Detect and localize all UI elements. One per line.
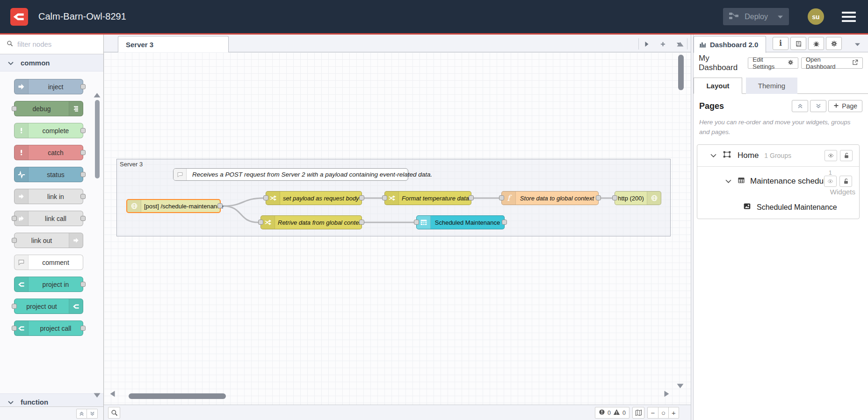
output-port[interactable] bbox=[502, 220, 507, 225]
user-avatar[interactable]: su bbox=[808, 8, 824, 25]
exclamation-icon bbox=[14, 123, 29, 138]
chevron-down-icon bbox=[8, 59, 14, 67]
help-book-button[interactable] bbox=[790, 37, 806, 50]
debug-bug-button[interactable] bbox=[808, 37, 824, 50]
flow-node-ui-table[interactable]: Scheduled Maintenance bbox=[416, 215, 505, 229]
canvas-footer: 0 0 − ○ + bbox=[104, 405, 691, 420]
expand-all-pages-button[interactable] bbox=[810, 100, 826, 112]
flow-node-change-set-payload[interactable]: set payload as request body bbox=[266, 191, 362, 205]
tab-theming[interactable]: Theming bbox=[746, 78, 797, 94]
tab-scroll-right-icon[interactable] bbox=[639, 38, 655, 50]
dashboard-tree: Home 1 Groups Maintenance schedul... 1 W… bbox=[697, 144, 860, 219]
external-link-icon bbox=[852, 59, 858, 67]
tree-row-widget-scheduled-maintenance[interactable]: Scheduled Maintenance bbox=[697, 196, 859, 219]
input-port[interactable] bbox=[414, 220, 419, 225]
tree-row-page-home[interactable]: Home 1 Groups bbox=[697, 145, 859, 167]
deploy-dropdown-icon[interactable] bbox=[777, 13, 783, 21]
input-port[interactable] bbox=[499, 195, 504, 200]
pages-actions: Page bbox=[792, 100, 862, 112]
tree-row-group-maintenance[interactable]: Maintenance schedul... 1 Widgets bbox=[697, 167, 859, 196]
chevron-down-icon[interactable] bbox=[725, 177, 731, 185]
flow-node-function-store[interactable]: f Store data to global context bbox=[501, 191, 599, 205]
zoom-reset-button[interactable]: ○ bbox=[658, 407, 668, 418]
palette-search-input[interactable] bbox=[17, 40, 87, 48]
palette-scroll-up-icon[interactable] bbox=[93, 92, 101, 100]
open-dashboard-button[interactable]: Open Dashboard bbox=[801, 57, 863, 69]
edit-settings-button[interactable]: Edit Settings bbox=[748, 57, 798, 69]
flow-canvas[interactable]: Server 3 Receives a POST request from Se… bbox=[104, 52, 691, 405]
sidebar-tab-bar: Dashboard 2.0 i bbox=[694, 35, 868, 52]
node-port bbox=[80, 326, 86, 331]
canvas-scroll-down-icon[interactable] bbox=[676, 383, 684, 391]
palette-category-common[interactable]: common bbox=[0, 54, 103, 71]
flow-node-change-retrieve[interactable]: Retrive data from global context bbox=[260, 215, 362, 229]
zoom-out-button[interactable]: − bbox=[648, 407, 658, 418]
palette-node-complete[interactable]: complete bbox=[14, 123, 83, 138]
sidebar-dropdown-icon[interactable] bbox=[854, 40, 861, 49]
comment-text: Receives a POST request from Server 2 wi… bbox=[187, 169, 432, 180]
input-port[interactable] bbox=[382, 195, 387, 200]
collapse-all-button[interactable] bbox=[76, 409, 87, 419]
pages-header: Pages Page bbox=[694, 94, 868, 112]
palette-node-status[interactable]: status bbox=[14, 167, 83, 182]
canvas-search-button[interactable] bbox=[108, 407, 120, 419]
page-lock-button[interactable] bbox=[840, 150, 853, 161]
flow-node-http-response[interactable]: http (200) bbox=[615, 191, 661, 205]
group-visibility-button[interactable] bbox=[824, 176, 837, 187]
palette-search[interactable] bbox=[0, 35, 103, 54]
palette-node-link-in[interactable]: link in bbox=[14, 189, 83, 204]
input-port[interactable] bbox=[258, 220, 263, 225]
canvas-scroll-right-icon[interactable] bbox=[664, 390, 670, 399]
error-count: 0 bbox=[608, 410, 611, 416]
gear-icon bbox=[788, 59, 794, 67]
deploy-button[interactable]: Deploy bbox=[723, 8, 789, 25]
zoom-controls: − ○ + bbox=[647, 407, 679, 419]
palette-node-link-out[interactable]: link out bbox=[14, 233, 83, 248]
input-port[interactable] bbox=[263, 195, 268, 200]
palette-node-project-call[interactable]: project call bbox=[14, 320, 83, 336]
output-port[interactable] bbox=[359, 220, 364, 225]
info-button[interactable]: i bbox=[773, 37, 788, 50]
group-lock-button[interactable] bbox=[839, 176, 852, 187]
settings-gear-button[interactable] bbox=[826, 37, 842, 50]
palette-node-project-in[interactable]: project in bbox=[14, 277, 83, 292]
output-port[interactable] bbox=[596, 195, 601, 200]
header: Calm-Barn-Owl-8291 Deploy su bbox=[0, 0, 868, 33]
comment-node[interactable]: Receives a POST request from Server 2 wi… bbox=[173, 168, 408, 181]
canvas-scroll-up-icon[interactable] bbox=[676, 41, 684, 49]
palette-node-debug[interactable]: debug bbox=[14, 101, 83, 116]
palette-scroll-down-icon[interactable] bbox=[93, 392, 101, 400]
node-port bbox=[80, 172, 86, 177]
main-menu-button[interactable] bbox=[842, 12, 856, 22]
collapse-all-pages-button[interactable] bbox=[792, 100, 808, 112]
palette-node-project-out[interactable]: project out bbox=[14, 299, 83, 314]
add-flow-icon[interactable] bbox=[655, 38, 671, 50]
tab-layout[interactable]: Layout bbox=[694, 78, 742, 94]
palette-node-link-call[interactable]: link call bbox=[14, 211, 83, 226]
page-objects-icon bbox=[723, 150, 731, 160]
flow-node-change-format-temp[interactable]: Format temperature data. bbox=[384, 191, 471, 205]
canvas-hscrollbar-thumb[interactable] bbox=[129, 393, 226, 399]
output-port[interactable] bbox=[217, 203, 223, 208]
canvas-vscrollbar-thumb[interactable] bbox=[678, 55, 684, 90]
node-port bbox=[80, 194, 86, 199]
canvas-scroll-left-icon[interactable] bbox=[109, 390, 116, 399]
chevron-down-icon[interactable] bbox=[710, 151, 716, 160]
tab-dashboard-2[interactable]: Dashboard 2.0 bbox=[694, 36, 766, 53]
zoom-in-button[interactable]: + bbox=[668, 407, 679, 418]
input-port[interactable] bbox=[612, 195, 617, 200]
flow-node-http-in[interactable]: [post] /schedule-maintenance bbox=[126, 199, 221, 213]
palette-node-inject[interactable]: inject bbox=[14, 79, 83, 94]
sidebar-tool-buttons: i bbox=[773, 37, 842, 50]
navigator-map-button[interactable] bbox=[632, 407, 644, 419]
expand-all-button[interactable] bbox=[87, 409, 98, 419]
output-port[interactable] bbox=[359, 195, 364, 200]
output-port[interactable] bbox=[469, 195, 474, 200]
palette-scrollbar-thumb[interactable] bbox=[95, 100, 100, 178]
add-page-button[interactable]: Page bbox=[828, 100, 862, 112]
page-visibility-button[interactable] bbox=[825, 150, 837, 161]
flow-tab-server-3[interactable]: Server 3 bbox=[118, 36, 229, 53]
notification-badges[interactable]: 0 0 bbox=[595, 407, 629, 419]
palette-node-comment[interactable]: comment bbox=[14, 255, 83, 270]
palette-node-catch[interactable]: catch bbox=[14, 145, 83, 160]
